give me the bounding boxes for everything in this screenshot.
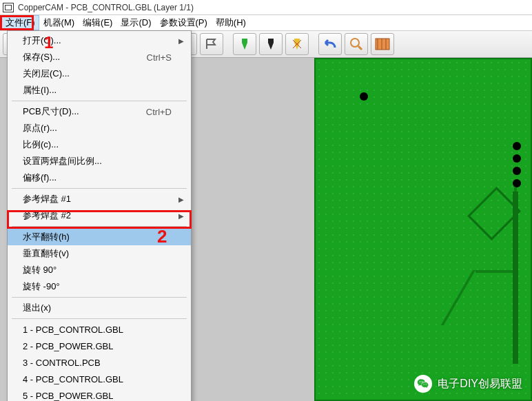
menu-item[interactable]: 旋转 90° <box>8 262 191 278</box>
menu-shortcut: Ctrl+S <box>147 52 172 63</box>
menu-item[interactable]: 帮助(H) <box>212 15 250 30</box>
menu-item-label: 旋转 -90° <box>23 280 60 293</box>
menu-shortcut: Ctrl+D <box>146 107 172 117</box>
pcb-pad <box>360 92 368 101</box>
menu-item-label: 属性(I)... <box>23 84 57 96</box>
drill-yellow-icon[interactable] <box>285 33 309 55</box>
menu-item-label: 退出(x) <box>23 302 51 314</box>
pcb-pad <box>513 179 521 187</box>
window-title: CopperCAM - PCB_CONTROL.GBL (Layer 1/1) <box>18 3 194 12</box>
menu-item[interactable]: 参考焊盘 #2▶ <box>8 207 191 224</box>
annotation-number-1: 1 <box>44 33 53 52</box>
menu-item-label: 1 - PCB_CONTROL.GBL <box>23 325 123 335</box>
menu-item-label: 参考焊盘 #2 <box>23 209 71 222</box>
menu-item[interactable]: 退出(x) <box>8 300 191 316</box>
menu-item-label: 5 - PCB_POWER.GBL <box>23 391 113 401</box>
menu-item-label: 水平翻转(h) <box>23 231 70 243</box>
file-menu-dropdown: 打开(O)...▶保存(S)...Ctrl+S关闭层(C)...属性(I)...… <box>7 30 192 401</box>
menu-item[interactable]: 设置两焊盘间比例... <box>8 153 191 169</box>
menu-item-label: 打开(O)... <box>23 34 61 47</box>
menu-item[interactable]: 垂直翻转(v) <box>8 245 191 262</box>
menu-separator <box>12 297 187 298</box>
menu-item[interactable]: 打开(O)...▶ <box>8 32 191 49</box>
menu-item[interactable]: 显示(D) <box>116 15 155 30</box>
menu-item-label: 比例(c)... <box>23 138 59 151</box>
menu-item[interactable]: 原点(r)... <box>8 120 191 136</box>
menu-item[interactable]: 机器(M) <box>39 15 79 30</box>
pcb-pad <box>513 142 521 150</box>
menu-item-label: 垂直翻转(v) <box>23 247 69 260</box>
menu-item[interactable]: 文件(F) <box>1 15 39 30</box>
pcb-pad <box>513 154 521 163</box>
submenu-arrow-icon: ▶ <box>178 196 184 203</box>
menu-item[interactable]: 关闭层(C)... <box>8 65 191 82</box>
menu-item-label: 4 - PCB_CONTROL.GBL <box>23 374 123 384</box>
menu-item[interactable]: 4 - PCB_CONTROL.GBL <box>8 371 191 387</box>
flag-outline-icon[interactable] <box>200 33 223 55</box>
menu-item[interactable]: 3 - CONTROL.PCB <box>8 354 191 371</box>
menu-item[interactable]: 保存(S)...Ctrl+S <box>8 49 191 65</box>
watermark-text: 电子DIY创易联盟 <box>438 377 522 391</box>
menu-item[interactable]: PCB尺寸(D)...Ctrl+D <box>8 103 191 120</box>
watermark: 电子DIY创易联盟 <box>414 375 522 393</box>
title-bar: CopperCAM - PCB_CONTROL.GBL (Layer 1/1) <box>0 0 532 15</box>
menu-item-label: 3 - CONTROL.PCB <box>23 358 101 368</box>
zoom-icon[interactable] <box>345 33 368 55</box>
undo-icon[interactable] <box>318 33 342 55</box>
menu-item-label: 参考焊盘 #1 <box>23 193 71 205</box>
drill-black-icon[interactable] <box>259 33 283 55</box>
wechat-icon <box>414 375 432 393</box>
menu-item[interactable]: 参考焊盘 #1▶ <box>8 191 191 207</box>
menu-separator <box>12 101 187 101</box>
menu-item[interactable]: 偏移(f)... <box>8 169 191 186</box>
menu-item-label: 设置两焊盘间比例... <box>23 155 102 167</box>
pcb-trace <box>475 270 517 273</box>
menu-item[interactable]: 编辑(E) <box>79 15 116 30</box>
menu-item[interactable]: 5 - PCB_POWER.GBL <box>8 387 191 401</box>
svg-point-11 <box>351 39 359 47</box>
menu-separator <box>12 318 187 319</box>
menu-separator <box>12 188 187 189</box>
pcb-pad <box>513 167 521 175</box>
menu-item[interactable]: 1 - PCB_CONTROL.GBL <box>8 321 191 338</box>
menu-item[interactable]: 旋转 -90° <box>8 278 191 295</box>
menu-item-label: PCB尺寸(D)... <box>23 105 79 118</box>
pcb-canvas[interactable] <box>314 58 532 401</box>
menu-item[interactable]: 比例(c)... <box>8 136 191 153</box>
submenu-arrow-icon: ▶ <box>178 37 184 45</box>
drill-green-icon[interactable] <box>233 33 256 55</box>
annotation-number-2: 2 <box>157 226 167 247</box>
menu-item-label: 偏移(f)... <box>23 172 57 184</box>
menu-item-label: 保存(S)... <box>23 51 60 63</box>
app-icon <box>3 3 14 12</box>
board-icon[interactable] <box>371 33 394 55</box>
menu-item[interactable]: 参数设置(P) <box>156 15 212 30</box>
menu-item[interactable]: 2 - PCB_POWER.GBL <box>8 338 191 354</box>
menu-item-label: 原点(r)... <box>23 122 57 134</box>
menu-bar: 文件(F)机器(M)编辑(E)显示(D)参数设置(P)帮助(H) <box>0 15 532 30</box>
menu-item-label: 旋转 90° <box>23 264 57 276</box>
menu-item-label: 关闭层(C)... <box>23 68 70 80</box>
svg-line-12 <box>358 46 362 50</box>
menu-item[interactable]: 属性(I)... <box>8 82 191 99</box>
submenu-arrow-icon: ▶ <box>178 212 184 220</box>
menu-item-label: 2 - PCB_POWER.GBL <box>23 341 113 351</box>
